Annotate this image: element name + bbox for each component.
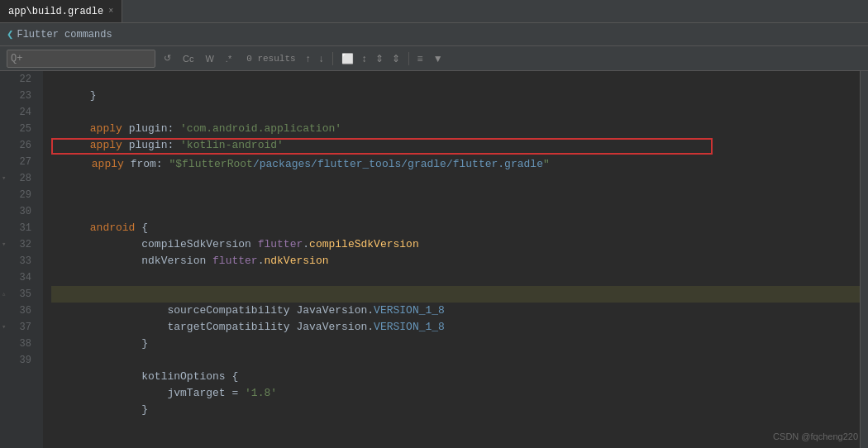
line-num-25: 25 xyxy=(0,121,36,137)
line-num-36: 36 xyxy=(0,303,36,319)
search-q-label: Q+ xyxy=(11,53,22,64)
code-line-36 xyxy=(51,336,860,352)
line-num-31: 31 xyxy=(0,220,36,236)
code-line-38: jvmTarget = '1.8' xyxy=(51,369,860,385)
line-numbers: 22 23 24 25 26 27 ▾ 28 29 30 31 ▾ 32 33 … xyxy=(0,71,43,448)
code-line-32: compileOptions { xyxy=(51,269,860,286)
flutter-panel-label: Flutter commands xyxy=(17,29,112,41)
code-line-28: android { xyxy=(51,203,860,220)
code-line-26: apply from: "$flutterRoot/packages/flutt… xyxy=(51,138,713,155)
fold-icon-35[interactable]: ▵ xyxy=(2,286,6,303)
code-line-27 xyxy=(51,187,860,203)
search-bar: Q+ ↺ Cc W .* 0 results ↑ ↓ ⬜ ↕ ⇕ ⇕ ≡ ▼ xyxy=(0,46,868,71)
code-line-22: } xyxy=(51,71,860,88)
line-num-30: 30 xyxy=(0,203,36,220)
code-line-24: apply plugin: 'com.android.application' xyxy=(51,104,860,121)
search-input[interactable] xyxy=(26,53,125,64)
line-num-23: 23 xyxy=(0,88,36,104)
line-num-32: ▾ 32 xyxy=(0,236,36,253)
code-line-23 xyxy=(51,88,860,104)
separator2 xyxy=(408,52,409,65)
code-line-29: compileSdkVersion flutter.compileSdkVers… xyxy=(51,220,860,236)
fold-icon-37[interactable]: ▾ xyxy=(2,319,6,336)
code-line-31 xyxy=(51,253,860,269)
separator xyxy=(332,52,333,65)
code-line-37: kotlinOptions { xyxy=(51,352,860,369)
code-line-25: apply plugin: 'kotlin-android' xyxy=(51,121,860,137)
line-num-28: ▾ 28 xyxy=(0,170,36,187)
code-line-39: } xyxy=(51,385,860,402)
filter-button[interactable]: ▼ xyxy=(430,51,446,66)
watermark: CSDN @fqcheng220 xyxy=(773,431,858,441)
search-input-container[interactable]: Q+ xyxy=(7,50,155,68)
regex-button[interactable]: .* xyxy=(222,52,235,65)
results-count: 0 results xyxy=(243,53,298,64)
line-num-35: ▵ 35 xyxy=(0,286,36,303)
tab-close-button[interactable]: × xyxy=(108,7,113,16)
line-num-38: 38 xyxy=(0,336,36,352)
code-line-30: ndkVersion flutter.ndkVersion xyxy=(51,236,860,253)
line-num-26: 26 xyxy=(0,137,36,154)
align2-button[interactable]: ⇕ xyxy=(374,51,385,66)
line-num-34: 34 xyxy=(0,269,36,286)
editor: 22 23 24 25 26 27 ▾ 28 29 30 31 ▾ 32 33 … xyxy=(0,71,868,448)
tab-label: app\build.gradle xyxy=(8,6,103,17)
align3-button[interactable]: ⇕ xyxy=(390,51,402,66)
line-num-39: 39 xyxy=(0,352,36,369)
refresh-button[interactable]: ↺ xyxy=(160,51,174,65)
vertical-scrollbar[interactable] xyxy=(860,71,868,448)
flutter-commands-panel: ❮ Flutter commands xyxy=(0,23,868,46)
code-area[interactable]: } apply plugin: 'com.android.application… xyxy=(43,71,860,448)
code-line-34: targetCompatibility JavaVersion.VERSION_… xyxy=(51,303,860,319)
fold-icon-32[interactable]: ▾ xyxy=(2,236,6,253)
flutter-arrow-icon: ❮ xyxy=(7,27,13,41)
line-num-27: 27 xyxy=(0,154,36,170)
tab-build-gradle[interactable]: app\build.gradle × xyxy=(0,0,122,22)
line-num-37: ▾ 37 xyxy=(0,319,36,336)
fold-icon-28[interactable]: ▾ xyxy=(2,170,6,187)
line-num-22: 22 xyxy=(0,71,36,88)
tab-bar: app\build.gradle × xyxy=(0,0,868,23)
prev-result-button[interactable]: ↑ xyxy=(304,51,312,66)
sort-button[interactable]: ≡ xyxy=(416,51,425,66)
code-line-35: } xyxy=(51,319,860,336)
code-line-33: sourceCompatibility JavaVersion.VERSION_… xyxy=(51,286,860,303)
line-num-29: 29 xyxy=(0,187,36,203)
match-case-button[interactable]: Cc xyxy=(179,52,197,65)
match-word-button[interactable]: W xyxy=(202,52,217,65)
align-button[interactable]: ↕ xyxy=(360,51,369,66)
line-num-24: 24 xyxy=(0,104,36,121)
next-result-button[interactable]: ↓ xyxy=(317,51,326,66)
line-num-33: 33 xyxy=(0,253,36,269)
expand-button[interactable]: ⬜ xyxy=(340,51,355,66)
